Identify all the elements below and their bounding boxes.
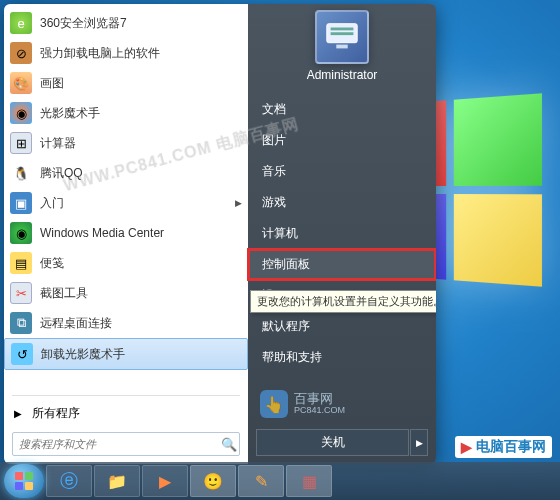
program-label: 便笺 bbox=[40, 255, 242, 272]
calculator-icon: ⊞ bbox=[10, 132, 32, 154]
start-menu-program-list: e360安全浏览器7⊘强力卸载电脑上的软件🎨画图◉光影魔术手⊞计算器🐧腾讯QQ▣… bbox=[4, 4, 248, 392]
svg-rect-3 bbox=[336, 45, 347, 49]
program-label: 远程桌面连接 bbox=[40, 315, 242, 332]
program-label: 360安全浏览器7 bbox=[40, 15, 242, 32]
program-label: 卸载光影魔术手 bbox=[41, 346, 241, 363]
right-panel-item[interactable]: 帮助和支持 bbox=[248, 342, 436, 373]
taskbar-item-ie[interactable]: ⓔ bbox=[46, 465, 92, 497]
right-panel-item[interactable]: 控制面板 bbox=[248, 249, 436, 280]
uninstall-icon: ↺ bbox=[11, 343, 33, 365]
monitor-icon bbox=[323, 18, 361, 56]
program-item[interactable]: ⊞计算器 bbox=[4, 128, 248, 158]
right-panel-item[interactable]: 音乐 bbox=[248, 156, 436, 187]
all-programs-label: 所有程序 bbox=[32, 405, 80, 422]
program-label: Windows Media Center bbox=[40, 226, 242, 240]
svg-rect-7 bbox=[15, 482, 23, 490]
taskbar-item-app2[interactable]: ✎ bbox=[238, 465, 284, 497]
pen-icon: ✎ bbox=[255, 472, 268, 491]
program-item[interactable]: ⊘强力卸载电脑上的软件 bbox=[4, 38, 248, 68]
control-panel-tooltip: 更改您的计算机设置并自定义其功能。 bbox=[250, 290, 436, 313]
start-button[interactable] bbox=[4, 464, 44, 498]
shutdown-area: 关机 ▶ bbox=[248, 421, 436, 464]
watermark-bottom: ▶ 电脑百事网 bbox=[455, 436, 552, 458]
remove-icon: ⊘ bbox=[10, 42, 32, 64]
search-input[interactable] bbox=[13, 438, 219, 450]
divider bbox=[12, 395, 240, 396]
start-menu: e360安全浏览器7⊘强力卸载电脑上的软件🎨画图◉光影魔术手⊞计算器🐧腾讯QQ▣… bbox=[4, 4, 436, 464]
right-panel-item[interactable]: 图片 bbox=[248, 125, 436, 156]
program-label: 腾讯QQ bbox=[40, 165, 242, 182]
360-icon: e bbox=[10, 12, 32, 34]
start-menu-right-items: 文档图片音乐游戏计算机控制面板设默认程序帮助和支持 bbox=[248, 94, 436, 421]
ie-icon: ⓔ bbox=[60, 469, 78, 493]
qq-icon: 🐧 bbox=[10, 162, 32, 184]
taskbar: ⓔ 📁 ▶ 🙂 ✎ ▦ bbox=[0, 462, 560, 500]
right-panel-item[interactable]: 游戏 bbox=[248, 187, 436, 218]
program-label: 计算器 bbox=[40, 135, 242, 152]
intro-icon: ▣ bbox=[10, 192, 32, 214]
app-icon: 🙂 bbox=[203, 472, 223, 491]
taskbar-item-wmp[interactable]: ▶ bbox=[142, 465, 188, 497]
start-menu-right-panel: Administrator 文档图片音乐游戏计算机控制面板设默认程序帮助和支持 … bbox=[248, 4, 436, 464]
notes-icon: ▤ bbox=[10, 252, 32, 274]
svg-rect-1 bbox=[331, 28, 354, 31]
program-label: 截图工具 bbox=[40, 285, 242, 302]
taskbar-item-explorer[interactable]: 📁 bbox=[94, 465, 140, 497]
media-icon: ▶ bbox=[159, 472, 171, 491]
magic-icon: ◉ bbox=[10, 102, 32, 124]
windows-icon bbox=[12, 469, 36, 493]
expand-arrow-icon: ▶ bbox=[235, 198, 242, 208]
right-panel-item[interactable]: 默认程序 bbox=[248, 311, 436, 342]
folder-icon: 📁 bbox=[107, 472, 127, 491]
search-box[interactable]: 🔍 bbox=[12, 432, 240, 456]
paint-icon: 🎨 bbox=[10, 72, 32, 94]
user-picture[interactable] bbox=[315, 10, 369, 64]
program-item[interactable]: ▣入门▶ bbox=[4, 188, 248, 218]
program-item[interactable]: 🎨画图 bbox=[4, 68, 248, 98]
program-item[interactable]: ✂截图工具 bbox=[4, 278, 248, 308]
svg-rect-6 bbox=[25, 472, 33, 480]
program-label: 光影魔术手 bbox=[40, 105, 242, 122]
program-item[interactable]: 🐧腾讯QQ bbox=[4, 158, 248, 188]
program-label: 入门 bbox=[40, 195, 231, 212]
svg-rect-8 bbox=[25, 482, 33, 490]
start-menu-left-panel: e360安全浏览器7⊘强力卸载电脑上的软件🎨画图◉光影魔术手⊞计算器🐧腾讯QQ▣… bbox=[4, 4, 248, 464]
search-icon: 🔍 bbox=[219, 437, 239, 452]
program-item[interactable]: ◉Windows Media Center bbox=[4, 218, 248, 248]
app3-icon: ▦ bbox=[302, 472, 317, 491]
rdp-icon: ⧉ bbox=[10, 312, 32, 334]
program-item[interactable]: ▤便笺 bbox=[4, 248, 248, 278]
snip-icon: ✂ bbox=[10, 282, 32, 304]
wmc-icon: ◉ bbox=[10, 222, 32, 244]
program-item[interactable]: e360安全浏览器7 bbox=[4, 8, 248, 38]
program-item[interactable]: ◉光影魔术手 bbox=[4, 98, 248, 128]
program-item[interactable]: ⧉远程桌面连接 bbox=[4, 308, 248, 338]
program-label: 画图 bbox=[40, 75, 242, 92]
svg-rect-5 bbox=[15, 472, 23, 480]
arrow-right-icon: ▶ bbox=[14, 408, 22, 419]
flag-icon: ▶ bbox=[461, 439, 472, 455]
program-item[interactable]: ↺卸载光影魔术手 bbox=[4, 338, 248, 370]
taskbar-item-app3[interactable]: ▦ bbox=[286, 465, 332, 497]
taskbar-item-app1[interactable]: 🙂 bbox=[190, 465, 236, 497]
right-panel-item[interactable]: 文档 bbox=[248, 94, 436, 125]
right-panel-item[interactable]: 计算机 bbox=[248, 218, 436, 249]
svg-rect-2 bbox=[331, 32, 354, 35]
program-label: 强力卸载电脑上的软件 bbox=[40, 45, 242, 62]
shutdown-options-button[interactable]: ▶ bbox=[410, 429, 428, 456]
all-programs-button[interactable]: ▶ 所有程序 bbox=[4, 399, 248, 428]
user-name-label: Administrator bbox=[248, 68, 436, 82]
shutdown-button[interactable]: 关机 bbox=[256, 429, 409, 456]
